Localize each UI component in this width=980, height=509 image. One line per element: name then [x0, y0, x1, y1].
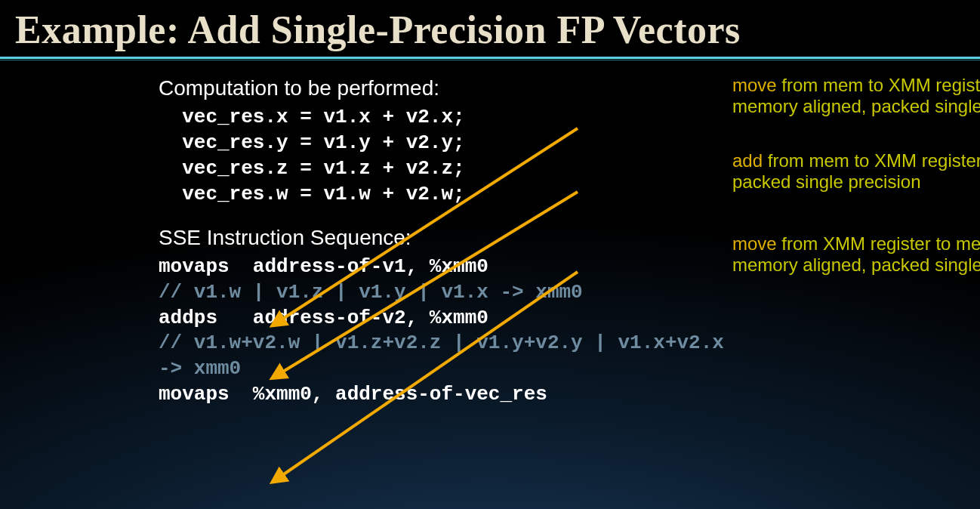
annotation-add: add from mem to XMM register packed sing… [732, 150, 980, 192]
annotation-text: memory aligned, packed single precision [732, 254, 980, 275]
title-rule [0, 57, 980, 61]
annotation-keyword: add [732, 150, 763, 171]
annotation-move-load: move from mem to XMM register memory ali… [732, 75, 980, 116]
asm-comment: // v1.w+v2.w | v1.z+v2.z | v1.y+v2.y | v… [159, 331, 974, 356]
annotation-move-store: move from XMM register to mem memory ali… [732, 233, 980, 275]
asm-line-addps: addps address-of-v2, %xmm0 [159, 306, 974, 332]
annotation-text: from mem to XMM register [777, 75, 980, 95]
asm-comment: // v1.w | v1.z | v1.y | v1.x -> xmm0 [159, 280, 974, 306]
asm-comment: -> xmm0 [159, 356, 974, 382]
slide-body: Computation to be performed: vec_res.x =… [159, 75, 974, 408]
annotation-text: packed single precision [732, 171, 920, 192]
slide-title: Example: Add Single-Precision FP Vectors [15, 8, 980, 52]
annotation-text: from mem to XMM register [763, 150, 980, 171]
annotation-keyword: move [732, 75, 777, 95]
annotation-text: from XMM register to mem [777, 233, 980, 254]
asm-line-movaps-store: movaps %xmm0, address-of-vec_res [159, 382, 974, 408]
annotation-text: memory aligned, packed single precision [732, 96, 980, 116]
annotation-keyword: move [732, 233, 777, 254]
